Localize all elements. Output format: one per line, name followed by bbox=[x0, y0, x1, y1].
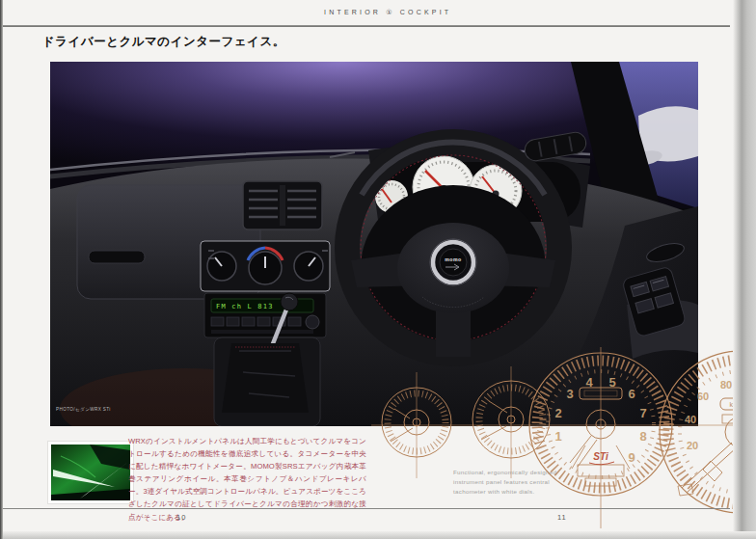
speed-number: 60 bbox=[697, 391, 709, 402]
tach-number: 7 bbox=[639, 406, 646, 420]
tachometer-drawing bbox=[529, 347, 672, 528]
speed-number: 40 bbox=[685, 414, 696, 425]
tach-number: 5 bbox=[608, 375, 615, 390]
photo-credit: PHOTO/セダンWRX STi bbox=[56, 407, 111, 412]
speed-number: 80 bbox=[720, 379, 732, 391]
sti-underline-swoosh bbox=[589, 462, 614, 465]
dash-tray-slot bbox=[89, 251, 145, 263]
header-rule bbox=[0, 25, 730, 27]
speed-number: 20 bbox=[687, 440, 698, 451]
volume-knob bbox=[306, 315, 319, 329]
tach-number: 1 bbox=[554, 429, 561, 444]
thumbnail-art bbox=[51, 445, 130, 500]
shift-knob bbox=[281, 293, 298, 310]
momo-logo-text: momo bbox=[445, 256, 462, 262]
brochure-page: INTERIOR ① COCKPIT ドライバーとクルマのインターフェイス。 bbox=[0, 0, 756, 539]
scan-edge-left bbox=[0, 0, 3, 539]
tach-number: 4 bbox=[585, 375, 593, 390]
body-text: WRXのインストルメントパネルは人間工学にもとづいてクルマをコントロールするため… bbox=[128, 435, 366, 524]
page-title: ドライバーとクルマのインターフェイス。 bbox=[42, 34, 285, 50]
climate-control-panel bbox=[201, 241, 330, 291]
page-number-left: 10 bbox=[176, 513, 186, 522]
tach-number: 8 bbox=[639, 429, 646, 444]
audio-head-unit: FM ch L 813 bbox=[204, 293, 326, 337]
tach-number: 9 bbox=[628, 450, 634, 465]
thumbnail-photo bbox=[48, 442, 133, 503]
tach-number: 6 bbox=[628, 387, 634, 401]
page-number-right: 11 bbox=[557, 513, 567, 522]
section-header: INTERIOR ① COCKPIT bbox=[324, 9, 451, 16]
gauge-line-drawing: 1 2 3 4 5 6 7 8 9 20 40 60 80 100 km/h S… bbox=[371, 345, 756, 530]
tach-number: 3 bbox=[566, 387, 573, 401]
audio-display-text: FM ch L 813 bbox=[216, 303, 274, 310]
shift-boot bbox=[222, 343, 309, 413]
sti-logo-text: STi bbox=[593, 451, 608, 462]
tach-number: 2 bbox=[554, 406, 561, 420]
scan-edge-right bbox=[733, 0, 756, 539]
footer-rule bbox=[0, 508, 730, 509]
scan-edge-bottom bbox=[0, 531, 756, 539]
center-vents bbox=[243, 181, 322, 229]
